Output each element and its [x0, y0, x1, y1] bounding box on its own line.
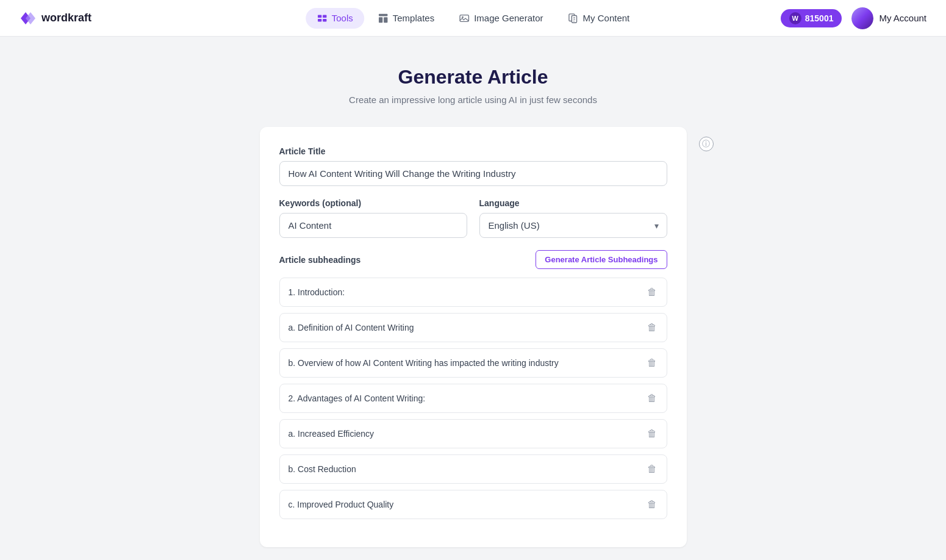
main-content: Generate Article Create an impressive lo… [0, 37, 946, 560]
form-card: ⓘ Article Title Keywords (optional) Lang… [260, 127, 687, 547]
svg-rect-8 [384, 17, 387, 23]
language-select[interactable]: English (US) English (UK) Spanish French… [479, 213, 667, 238]
subheading-text: b. Cost Reduction [288, 464, 356, 474]
delete-subheading-icon[interactable]: 🗑 [646, 427, 658, 440]
subheading-text: b. Overview of how AI Content Writing ha… [288, 358, 559, 368]
subheading-text: a. Increased Efficiency [288, 429, 374, 439]
subheadings-label: Article subheadings [279, 255, 361, 265]
delete-subheading-icon[interactable]: 🗑 [646, 392, 658, 405]
svg-rect-4 [323, 15, 326, 18]
logo-icon [20, 10, 37, 27]
svg-rect-7 [379, 17, 382, 23]
image-generator-label: Image Generator [474, 13, 543, 23]
keywords-label: Keywords (optional) [279, 198, 467, 208]
subheading-item: c. Improved Product Quality 🗑 [279, 490, 667, 519]
templates-icon [378, 13, 389, 24]
subheading-item: b. Cost Reduction 🗑 [279, 454, 667, 484]
my-content-icon [568, 13, 579, 24]
tools-icon [317, 13, 328, 24]
keywords-language-row: Keywords (optional) Language English (US… [279, 198, 667, 238]
subheading-text: 1. Introduction: [288, 287, 345, 297]
info-icon[interactable]: ⓘ [699, 137, 714, 151]
language-label: Language [479, 198, 667, 208]
subheading-text: a. Definition of AI Content Writing [288, 323, 414, 332]
svg-rect-9 [460, 15, 468, 21]
avatar-image [851, 7, 873, 29]
tools-label: Tools [332, 13, 353, 23]
subheading-item: 2. Advantages of AI Content Writing: 🗑 [279, 384, 667, 413]
account-area[interactable]: My Account [851, 7, 926, 29]
keywords-input[interactable] [279, 213, 467, 238]
subheading-text: c. Improved Product Quality [288, 500, 394, 509]
nav-center: Tools Templates Image Generator [306, 8, 641, 29]
navbar: wordkraft Tools Templates [0, 0, 946, 37]
page-subtitle: Create an impressive long article using … [349, 95, 597, 105]
page-title: Generate Article [398, 66, 548, 88]
subheading-item: b. Overview of how AI Content Writing ha… [279, 348, 667, 378]
delete-subheading-icon[interactable]: 🗑 [646, 462, 658, 476]
account-name: My Account [879, 13, 926, 23]
delete-subheading-icon[interactable]: 🗑 [646, 356, 658, 370]
image-generator-icon [459, 13, 470, 24]
svg-marker-1 [26, 12, 35, 24]
language-field: Language English (US) English (UK) Spani… [479, 198, 667, 238]
nav-templates[interactable]: Templates [367, 8, 445, 29]
credits-badge[interactable]: W 815001 [781, 9, 842, 27]
subheading-item: 1. Introduction: 🗑 [279, 278, 667, 307]
svg-rect-6 [379, 13, 387, 16]
keywords-field: Keywords (optional) [279, 198, 467, 238]
article-title-label: Article Title [279, 146, 667, 156]
credits-value: 815001 [805, 13, 834, 23]
delete-subheading-icon[interactable]: 🗑 [646, 321, 658, 334]
my-content-label: My Content [583, 13, 630, 23]
templates-label: Templates [393, 13, 434, 23]
nav-tools[interactable]: Tools [306, 8, 364, 29]
subheading-item: a. Increased Efficiency 🗑 [279, 419, 667, 448]
svg-point-10 [462, 16, 464, 18]
avatar [851, 7, 873, 29]
delete-subheading-icon[interactable]: 🗑 [646, 285, 658, 299]
nav-image-generator[interactable]: Image Generator [448, 8, 554, 29]
subheading-item: a. Definition of AI Content Writing 🗑 [279, 313, 667, 342]
svg-rect-3 [318, 18, 321, 21]
nav-my-content[interactable]: My Content [557, 8, 641, 29]
subheadings-list: 1. Introduction: 🗑 a. Definition of AI C… [279, 278, 667, 519]
credits-w-icon: W [789, 12, 801, 24]
logo[interactable]: wordkraft [20, 10, 91, 27]
svg-rect-5 [323, 18, 326, 21]
nav-right: W 815001 My Account [781, 7, 926, 29]
language-select-wrapper: English (US) English (UK) Spanish French… [479, 213, 667, 238]
subheadings-header: Article subheadings Generate Article Sub… [279, 250, 667, 269]
article-title-input[interactable] [279, 161, 667, 186]
generate-subheadings-button[interactable]: Generate Article Subheadings [536, 250, 667, 269]
svg-rect-2 [318, 15, 321, 18]
logo-text: wordkraft [41, 12, 91, 24]
subheading-text: 2. Advantages of AI Content Writing: [288, 393, 426, 403]
delete-subheading-icon[interactable]: 🗑 [646, 498, 658, 511]
